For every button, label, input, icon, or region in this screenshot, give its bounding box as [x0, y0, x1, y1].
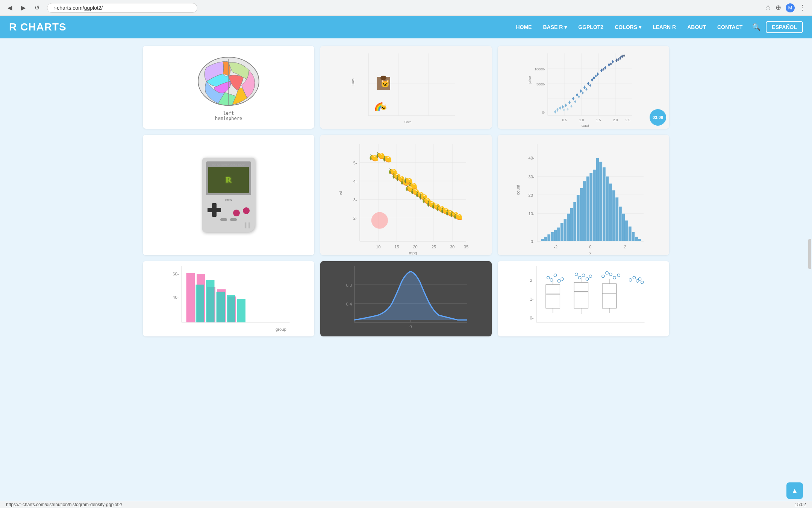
svg-marker-61 [585, 88, 588, 91]
search-icon[interactable]: 🔍 [749, 20, 764, 34]
svg-text:35: 35 [464, 245, 468, 249]
nav-home[interactable]: HOME [511, 21, 536, 33]
svg-rect-137 [567, 213, 570, 241]
main-nav: R CHARTS HOME BASE R ▾ GGPLOT2 COLORS ▾ … [0, 16, 812, 38]
chart-card-bar-group[interactable]: 60- 40- group [143, 261, 314, 336]
svg-point-211 [602, 275, 605, 278]
svg-marker-65 [610, 62, 612, 65]
nav-links: HOME BASE R ▾ GGPLOT2 COLORS ▾ LEARN R A… [511, 20, 803, 34]
svg-text:0.4: 0.4 [346, 302, 352, 306]
nav-about[interactable]: ABOUT [683, 21, 710, 33]
chart-card-diamonds[interactable]: 5000- 10000- 0- 0.5 1.0 1.5 2.0 2.5 cara… [498, 46, 669, 129]
svg-marker-44 [587, 82, 589, 85]
svg-marker-56 [567, 108, 569, 111]
chart-card-cats[interactable]: Cats Cats 🐱 🌈 🐱 [320, 46, 492, 129]
svg-marker-45 [591, 78, 593, 82]
chart-card-brain[interactable]: lefthemisphere [143, 46, 314, 129]
nav-ggplot2[interactable]: GGPLOT2 [574, 21, 608, 33]
url-bar: ◀ ▶ ↺ ☆ ⊕ M ⋮ [0, 0, 812, 16]
gameboy-screen: R [208, 167, 249, 193]
svg-text:x: x [589, 251, 592, 255]
url-input[interactable] [47, 3, 197, 13]
svg-rect-158 [635, 237, 638, 241]
svg-text:carat: carat [582, 124, 589, 128]
svg-point-219 [638, 278, 641, 281]
svg-point-215 [617, 274, 620, 277]
svg-text:0: 0 [589, 245, 591, 249]
brain-chart-inner: lefthemisphere [187, 46, 270, 129]
chart-grid: lefthemisphere Cats Cats 🐱 [143, 46, 669, 336]
svg-text:1.0: 1.0 [579, 118, 584, 122]
chart-card-histogram[interactable]: 40- 30- 20- 10- 0- -2 0 2 x count [498, 135, 669, 255]
svg-marker-43 [583, 85, 586, 89]
forward-button[interactable]: ▶ [20, 3, 27, 13]
svg-text:2.0: 2.0 [613, 118, 618, 122]
svg-rect-129 [541, 239, 544, 241]
svg-marker-59 [578, 95, 580, 98]
svg-point-202 [550, 278, 553, 281]
menu-icon[interactable]: ⋮ [799, 3, 806, 12]
nav-base-r[interactable]: BASE R ▾ [538, 21, 571, 33]
svg-text:0-: 0- [531, 239, 535, 244]
svg-text:group: group [276, 327, 286, 332]
reload-button[interactable]: ↺ [33, 3, 41, 13]
svg-point-207 [578, 276, 581, 279]
svg-text:2-: 2- [530, 278, 533, 283]
svg-rect-197 [602, 284, 617, 308]
nav-colors[interactable]: COLORS ▾ [610, 21, 646, 33]
svg-text:🍋: 🍋 [453, 212, 463, 221]
nav-learn-r[interactable]: LEARN R [648, 21, 680, 33]
espanol-button[interactable]: ESPAÑOL [766, 21, 803, 33]
svg-rect-131 [547, 234, 551, 241]
svg-text:0-: 0- [542, 111, 545, 114]
svg-marker-49 [604, 66, 606, 70]
gameboy-btn-b[interactable] [233, 210, 240, 216]
bookmark-icon[interactable]: ☆ [765, 3, 771, 12]
svg-text:0.3: 0.3 [346, 283, 352, 287]
gameboy-btn-a[interactable] [243, 207, 250, 214]
svg-rect-153 [619, 207, 622, 241]
svg-marker-50 [608, 63, 610, 67]
svg-rect-159 [638, 239, 641, 241]
svg-rect-149 [606, 176, 609, 241]
svg-rect-132 [551, 232, 554, 241]
chart-card-boxplot[interactable]: 2- 1- 0- [498, 261, 669, 336]
nav-contact[interactable]: CONTACT [713, 21, 747, 33]
back-button[interactable]: ◀ [6, 3, 14, 13]
status-url: https://r-charts.com/distribution/histog… [6, 502, 122, 507]
site-brand[interactable]: R CHARTS [9, 21, 67, 33]
svg-marker-38 [565, 103, 567, 107]
svg-rect-145 [593, 169, 596, 241]
browser-icons: ☆ ⊕ M ⋮ [765, 3, 806, 12]
svg-text:wt: wt [338, 191, 343, 195]
gameboy-speaker [206, 222, 250, 228]
svg-rect-173 [227, 295, 235, 322]
svg-rect-144 [589, 173, 593, 241]
gameboy-dpad[interactable] [208, 203, 221, 217]
back-to-top-button[interactable]: ▲ [786, 482, 803, 499]
svg-text:0-: 0- [530, 316, 533, 320]
extension-icon[interactable]: ⊕ [776, 3, 781, 12]
brain-caption: lefthemisphere [215, 111, 242, 121]
svg-rect-138 [570, 208, 573, 241]
svg-rect-146 [596, 158, 599, 242]
svg-rect-133 [554, 230, 557, 241]
select-button[interactable] [220, 218, 227, 221]
svg-text:2: 2 [624, 245, 626, 249]
profile-icon[interactable]: M [786, 3, 795, 12]
scrollbar[interactable] [808, 239, 811, 269]
svg-rect-135 [560, 223, 564, 241]
svg-text:price: price [528, 76, 532, 84]
svg-rect-151 [612, 190, 615, 241]
chart-card-bell[interactable]: 0.3 0.4 0 [320, 261, 492, 336]
svg-point-201 [547, 276, 550, 279]
start-button[interactable] [230, 218, 237, 221]
bar-group-svg: 60- 40- group [143, 261, 314, 336]
svg-rect-140 [577, 195, 580, 241]
chart-card-limes[interactable]: 5- 4- 3- 2- 10 15 20 25 30 35 mpg wt 🍋 🍋… [320, 135, 492, 255]
svg-marker-52 [615, 58, 618, 62]
chart-card-gameboy[interactable]: DOT MATRIX WITH STEREO SOUND R ggboy [143, 135, 314, 255]
svg-text:30: 30 [450, 245, 454, 249]
svg-text:-2: -2 [554, 245, 557, 249]
svg-point-209 [586, 278, 589, 281]
